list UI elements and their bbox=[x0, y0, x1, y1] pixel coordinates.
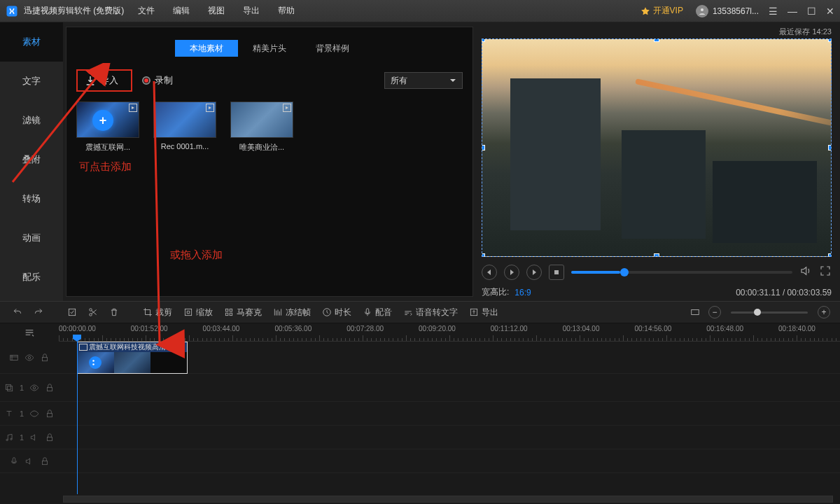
title-bar: 迅捷视频剪辑软件 (免费版) 文件 编辑 视图 导出 帮助 开通VIP 1353… bbox=[0, 0, 840, 22]
preview-viewport[interactable] bbox=[482, 38, 832, 257]
voiceover-button[interactable]: 配音 bbox=[360, 305, 395, 320]
svg-rect-23 bbox=[48, 387, 52, 391]
edit-button[interactable] bbox=[64, 306, 80, 318]
sidebar-item-media[interactable]: 素材 bbox=[0, 22, 63, 62]
export-button[interactable]: 导出 bbox=[466, 305, 501, 320]
video-icon bbox=[129, 104, 137, 112]
zoom-slider[interactable] bbox=[731, 312, 808, 314]
timeline-menu-button[interactable] bbox=[0, 323, 59, 342]
split-button[interactable] bbox=[85, 306, 101, 318]
last-save-label: 最近保存 14:23 bbox=[482, 27, 832, 37]
sidebar-item-music[interactable]: 配乐 bbox=[0, 258, 63, 297]
tab-background[interactable]: 背景样例 bbox=[301, 40, 364, 57]
close-button[interactable]: ✕ bbox=[826, 6, 834, 16]
prev-frame-button[interactable] bbox=[482, 265, 497, 280]
visibility-icon[interactable] bbox=[24, 353, 34, 363]
mic-track-icon bbox=[9, 456, 19, 466]
svg-rect-7 bbox=[225, 309, 228, 312]
timeline-scrollbar[interactable] bbox=[0, 494, 840, 504]
freeze-button[interactable]: 冻结帧 bbox=[270, 305, 314, 320]
sidebar-item-overlay[interactable]: 叠附 bbox=[0, 140, 63, 179]
svg-rect-20 bbox=[6, 384, 10, 389]
text-track[interactable]: 1 bbox=[0, 402, 840, 426]
menu-help[interactable]: 帮助 bbox=[278, 5, 295, 17]
media-thumb-3[interactable]: 唯美商业洽... bbox=[230, 102, 293, 153]
ruler-tick: 00:05:36.00 bbox=[274, 325, 312, 332]
audio-track[interactable]: 1 bbox=[0, 426, 840, 449]
sidebar-item-text[interactable]: 文字 bbox=[0, 62, 63, 101]
svg-rect-27 bbox=[48, 437, 52, 440]
media-thumb-1[interactable]: + 震撼互联网... bbox=[76, 102, 139, 153]
crop-button[interactable]: 裁剪 bbox=[140, 305, 175, 320]
menu-export[interactable]: 导出 bbox=[243, 5, 260, 17]
visibility-icon[interactable] bbox=[29, 409, 39, 419]
fit-button[interactable] bbox=[687, 306, 703, 318]
video-icon bbox=[206, 104, 214, 112]
video-icon bbox=[283, 104, 291, 112]
svg-rect-2 bbox=[554, 270, 559, 274]
ruler-tick: 00:11:12.00 bbox=[491, 325, 528, 332]
speech-to-text-button[interactable]: 语音转文字 bbox=[400, 305, 461, 320]
timeline-ruler[interactable]: 00:00:00.0000:01:52.0000:03:44.0000:05:3… bbox=[59, 323, 840, 342]
stop-button[interactable] bbox=[549, 265, 564, 280]
tab-local[interactable]: 本地素材 bbox=[175, 40, 238, 57]
tab-intro[interactable]: 精美片头 bbox=[238, 40, 301, 57]
sidebar-item-transition[interactable]: 转场 bbox=[0, 179, 63, 218]
timeline-clip[interactable]: 震撼互联网科技视频高清... bbox=[77, 342, 188, 374]
svg-rect-12 bbox=[366, 309, 369, 314]
import-button[interactable]: 导入 bbox=[76, 69, 132, 92]
lock-icon[interactable] bbox=[40, 353, 50, 363]
sidebar-item-animation[interactable]: 动画 bbox=[0, 218, 63, 258]
sidebar-item-filter[interactable]: 滤镜 bbox=[0, 101, 63, 140]
svg-point-26 bbox=[10, 438, 12, 440]
category-dropdown[interactable]: 所有 bbox=[384, 72, 463, 89]
menu-view[interactable]: 视图 bbox=[208, 5, 225, 17]
minimize-button[interactable]: — bbox=[788, 6, 797, 16]
edit-toolbar: 裁剪 缩放 马赛克 冻结帧 时长 配音 语音转文字 导出 − + bbox=[0, 301, 840, 323]
media-panel: 本地素材 精美片头 背景样例 导入 录制 所有 + 震撼互联网... bbox=[66, 27, 473, 297]
svg-rect-17 bbox=[43, 357, 48, 360]
lock-icon[interactable] bbox=[40, 456, 50, 466]
video-track[interactable]: 震撼互联网科技视频高清... bbox=[0, 342, 840, 374]
next-frame-button[interactable] bbox=[526, 265, 542, 280]
media-thumb-2[interactable]: Rec 0001.m... bbox=[153, 102, 216, 153]
preview-time: 00:00:31.11 / 00:03:03.59 bbox=[736, 288, 832, 298]
lock-icon[interactable] bbox=[45, 433, 55, 442]
mute-icon[interactable] bbox=[24, 456, 34, 466]
delete-button[interactable] bbox=[106, 306, 122, 318]
duration-button[interactable]: 时长 bbox=[319, 305, 354, 320]
mosaic-button[interactable]: 马赛克 bbox=[221, 305, 265, 320]
undo-button[interactable] bbox=[10, 306, 25, 318]
mute-icon[interactable] bbox=[29, 433, 39, 442]
annotation-drag: 或拖入添加 bbox=[170, 248, 223, 262]
overlay-track[interactable]: 1 bbox=[0, 374, 840, 402]
menu-edit[interactable]: 编辑 bbox=[173, 5, 190, 17]
user-avatar[interactable] bbox=[696, 5, 708, 18]
aspect-ratio-value[interactable]: 16:9 bbox=[514, 288, 531, 298]
scissors-icon bbox=[89, 356, 102, 369]
play-button[interactable] bbox=[504, 265, 519, 280]
maximize-button[interactable]: ☐ bbox=[807, 6, 816, 16]
visibility-icon[interactable] bbox=[29, 383, 39, 393]
lock-icon[interactable] bbox=[45, 383, 55, 393]
playhead[interactable] bbox=[77, 342, 78, 494]
zoom-in-button[interactable]: + bbox=[818, 306, 830, 318]
svg-rect-14 bbox=[692, 310, 699, 315]
redo-button[interactable] bbox=[31, 306, 46, 318]
record-button[interactable]: 录制 bbox=[142, 74, 173, 87]
fullscreen-icon[interactable] bbox=[819, 265, 832, 280]
menu-file[interactable]: 文件 bbox=[138, 5, 155, 17]
volume-icon[interactable] bbox=[799, 265, 812, 280]
svg-rect-10 bbox=[230, 313, 232, 316]
zoom-button[interactable]: 缩放 bbox=[181, 305, 216, 320]
progress-bar[interactable] bbox=[571, 271, 792, 274]
vip-button[interactable]: 开通VIP bbox=[640, 5, 683, 17]
zoom-out-button[interactable]: − bbox=[708, 306, 721, 318]
ruler-tick: 00:07:28.00 bbox=[346, 325, 384, 332]
hamburger-icon[interactable]: ☰ bbox=[769, 6, 778, 16]
ruler-tick: 00:03:44.00 bbox=[203, 325, 240, 332]
voice-track[interactable] bbox=[0, 449, 840, 473]
username-label[interactable]: 13538567l... bbox=[713, 6, 759, 16]
lock-icon[interactable] bbox=[45, 409, 55, 419]
app-logo bbox=[6, 5, 18, 18]
